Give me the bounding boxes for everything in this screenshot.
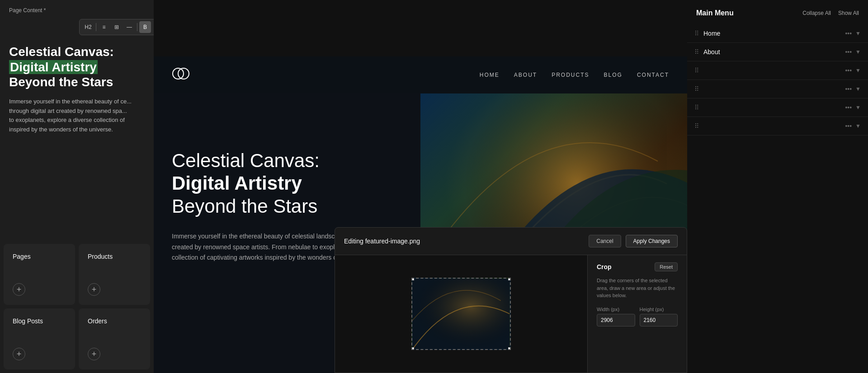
hero-title-line1: Celestial Canvas: (172, 150, 320, 171)
crop-width-field: Width (px) (597, 307, 635, 326)
list-btn[interactable]: ⊞ (111, 21, 123, 33)
menu-item-5-dots[interactable]: ••• (845, 104, 852, 111)
crop-height-input[interactable] (640, 314, 678, 326)
toolbar-divider-2 (137, 23, 137, 31)
align-btn[interactable]: ≡ (98, 21, 110, 33)
editing-header: Editing featured-image.png Cancel Apply … (335, 228, 687, 255)
menu-item-home-label: Home (703, 30, 845, 37)
left-panel: Page Content * H2 ≡ ⊞ — B I U S X₂ X² <>… (0, 0, 154, 373)
site-nav-links: HOME ABOUT PRODUCTS BLOG CONTACT (480, 72, 669, 78)
blog-posts-card[interactable]: Blog Posts + (4, 308, 75, 369)
page-title: Celestial Canvas: Digital Artistry Beyon… (9, 44, 145, 90)
menu-item-4-actions: ••• ▼ (845, 85, 861, 93)
site-nav: HOME ABOUT PRODUCTS BLOG CONTACT (154, 56, 687, 93)
menu-item-3[interactable]: ⠿ ••• ▼ (687, 61, 868, 80)
show-all-button[interactable]: Show All (838, 10, 859, 16)
products-card[interactable]: Products + (79, 244, 150, 305)
main-menu-title: Main Menu (696, 9, 734, 17)
crop-handle-tr[interactable] (508, 278, 511, 280)
cancel-button[interactable]: Cancel (589, 235, 621, 247)
menu-item-5-actions: ••• ▼ (845, 104, 861, 111)
pages-card-title: Pages (13, 253, 66, 260)
crop-width-label: Width (px) (597, 307, 635, 312)
editing-panel: Editing featured-image.png Cancel Apply … (335, 227, 687, 373)
center-preview: HOME ABOUT PRODUCTS BLOG CONTACT Celesti… (154, 0, 687, 373)
menu-item-6-chevron[interactable]: ▼ (855, 123, 861, 129)
title-text-after: Beyond the Stars (9, 75, 113, 89)
nav-blog[interactable]: BLOG (604, 72, 623, 78)
drag-handle-6: ⠿ (694, 122, 699, 130)
right-panel: Main Menu Collapse All Show All ⠿ Home •… (687, 0, 868, 373)
menu-item-about[interactable]: ⠿ About ••• ▼ (687, 43, 868, 61)
nav-contact[interactable]: CONTACT (637, 72, 669, 78)
editing-title: Editing featured-image.png (344, 238, 420, 245)
blog-posts-add-button[interactable]: + (13, 348, 25, 360)
menu-item-home[interactable]: ⠿ Home ••• ▼ (687, 24, 868, 43)
cards-grid: Pages + Products + Blog Posts + Orders + (0, 240, 154, 373)
orders-card[interactable]: Orders + (79, 308, 150, 369)
right-panel-header: Main Menu Collapse All Show All (687, 0, 868, 24)
menu-item-3-dots[interactable]: ••• (845, 67, 852, 74)
crop-handle-tl[interactable] (411, 278, 414, 280)
menu-item-4[interactable]: ⠿ ••• ▼ (687, 80, 868, 98)
menu-items-list: ⠿ Home ••• ▼ ⠿ About ••• ▼ ⠿ ••• ▼ ⠿ (687, 24, 868, 373)
menu-item-home-chevron[interactable]: ▼ (855, 30, 861, 37)
text-formatting-toolbar: H2 ≡ ⊞ — B I U S X₂ X² <> ⬡ ✏ (79, 19, 154, 35)
hero-title: Celestial Canvas: Digital Artistry Beyon… (172, 149, 402, 218)
menu-item-5[interactable]: ⠿ ••• ▼ (687, 98, 868, 117)
hero-title-line2: Digital Artistry (172, 173, 302, 194)
drag-handle-3: ⠿ (694, 67, 699, 74)
menu-item-about-dots[interactable]: ••• (845, 48, 852, 56)
crop-height-label: Height (px) (640, 307, 678, 312)
orders-card-title: Orders (88, 317, 141, 325)
nav-home[interactable]: HOME (480, 72, 500, 78)
menu-item-about-actions: ••• ▼ (845, 48, 861, 56)
menu-item-6-dots[interactable]: ••• (845, 122, 852, 130)
menu-item-4-dots[interactable]: ••• (845, 85, 852, 93)
nav-about[interactable]: ABOUT (514, 72, 537, 78)
crop-handle-br[interactable] (508, 347, 511, 350)
menu-item-about-chevron[interactable]: ▼ (855, 49, 861, 55)
drag-handle-home: ⠿ (694, 30, 699, 37)
crop-width-input[interactable] (597, 314, 635, 326)
products-add-button[interactable]: + (88, 283, 100, 296)
site-logo (172, 65, 190, 84)
svg-rect-4 (413, 279, 510, 349)
menu-item-6[interactable]: ⠿ ••• ▼ (687, 117, 868, 135)
italic-btn[interactable]: I (152, 21, 154, 33)
heading-btn[interactable]: H2 (82, 21, 94, 33)
menu-item-5-chevron[interactable]: ▼ (855, 104, 861, 111)
pages-card[interactable]: Pages + (4, 244, 75, 305)
menu-item-6-actions: ••• ▼ (845, 122, 861, 130)
menu-item-4-chevron[interactable]: ▼ (855, 86, 861, 92)
bold-btn[interactable]: B (139, 21, 151, 33)
menu-item-3-actions: ••• ▼ (845, 67, 861, 74)
page-content-area: Celestial Canvas: Digital Artistry Beyon… (0, 17, 154, 144)
rule-btn[interactable]: — (123, 21, 135, 33)
menu-item-home-actions: ••• ▼ (845, 30, 861, 37)
crop-title-row: Crop Reset (597, 262, 678, 271)
pages-add-button[interactable]: + (13, 283, 25, 296)
title-highlight: Digital Artistry (9, 60, 98, 74)
drag-handle-4: ⠿ (694, 85, 699, 93)
crop-label: Crop (597, 263, 612, 270)
crop-height-field: Height (px) (640, 307, 678, 326)
page-description: Immerse yourself in the ethereal beauty … (9, 97, 145, 135)
header-actions: Collapse All Show All (802, 10, 859, 16)
menu-item-home-dots[interactable]: ••• (845, 30, 852, 37)
crop-description: Drag the corners of the selected area, d… (597, 277, 678, 299)
crop-reset-button[interactable]: Reset (655, 262, 678, 271)
collapse-all-button[interactable]: Collapse All (802, 10, 831, 16)
crop-fields: Width (px) Height (px) (597, 307, 678, 326)
nav-products[interactable]: PRODUCTS (552, 72, 589, 78)
menu-item-3-chevron[interactable]: ▼ (855, 67, 861, 74)
menu-item-about-label: About (703, 48, 845, 56)
crop-handle-bl[interactable] (411, 347, 414, 350)
orders-add-button[interactable]: + (88, 348, 100, 360)
drag-handle-5: ⠿ (694, 104, 699, 111)
image-crop-box[interactable] (411, 278, 511, 350)
apply-changes-button[interactable]: Apply Changes (626, 235, 678, 247)
hero-title-line3: Beyond the Stars (172, 196, 317, 217)
products-card-title: Products (88, 253, 141, 260)
drag-handle-about: ⠿ (694, 48, 699, 56)
